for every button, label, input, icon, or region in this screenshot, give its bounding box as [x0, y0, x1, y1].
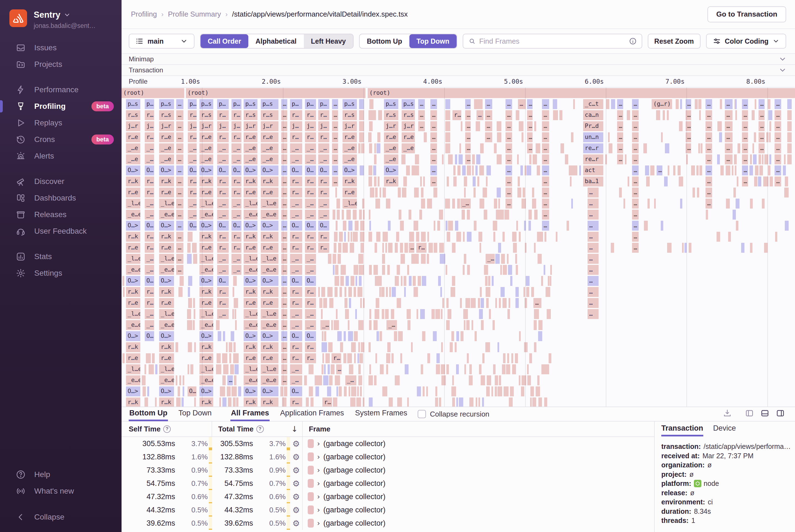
flame-frame-cell[interactable]: O…> — [342, 166, 357, 175]
flame-cell[interactable] — [446, 221, 448, 231]
flame-frame-cell[interactable]: O…> — [244, 331, 258, 341]
flame-frame-cell[interactable]: r…k — [126, 232, 140, 242]
flame-cell[interactable] — [787, 154, 792, 164]
flame-cell[interactable] — [759, 166, 763, 175]
flame-frame-cell[interactable]: _… — [145, 154, 154, 164]
flame-cell[interactable] — [344, 298, 347, 308]
flame-cell[interactable] — [421, 198, 425, 209]
flame-cell[interactable]: … — [775, 99, 781, 109]
flame-cell[interactable]: … — [588, 276, 599, 286]
sidebar-item-help[interactable]: Help — [0, 466, 121, 483]
flame-frame-cell[interactable]: _… — [305, 265, 316, 275]
flame-cell[interactable] — [546, 287, 550, 297]
flame-frame-cell[interactable]: O…> — [261, 331, 279, 341]
flame-cell[interactable] — [319, 298, 322, 308]
flame-frame-cell[interactable]: r…k — [244, 398, 258, 406]
flame-cell[interactable]: … — [759, 99, 764, 109]
flame-frame-cell[interactable]: O… — [188, 386, 197, 396]
flame-cell[interactable]: … — [632, 154, 639, 164]
flame-frame-cell[interactable]: r…e — [244, 243, 258, 253]
flame-cell[interactable]: … — [742, 110, 748, 120]
flame-cell[interactable]: … — [176, 265, 184, 275]
flame-cell[interactable] — [457, 198, 460, 209]
flame-frame-cell[interactable]: j… — [305, 121, 316, 131]
flame-frame-cell[interactable]: _… — [460, 198, 471, 209]
flame-cell[interactable] — [429, 243, 433, 253]
flame-cell[interactable] — [466, 320, 470, 330]
flame-frame-cell[interactable]: r…k — [200, 232, 213, 242]
flame-cell[interactable] — [376, 232, 380, 242]
flame-cell[interactable]: … — [281, 121, 287, 131]
flame-frame-cell[interactable]: _e…e — [261, 210, 279, 220]
flame-frame-cell[interactable]: _… — [290, 364, 302, 374]
flame-cell[interactable]: … — [617, 154, 623, 164]
flame-frame-cell[interactable]: _… — [290, 309, 302, 319]
flame-cell[interactable] — [420, 176, 422, 187]
flame-cell[interactable] — [427, 232, 429, 242]
flame-frame-cell[interactable]: _…e — [342, 144, 357, 153]
flame-cell[interactable] — [175, 342, 178, 352]
flame-cell[interactable] — [494, 198, 497, 209]
flame-cell[interactable] — [755, 99, 756, 109]
flame-cell[interactable]: … — [430, 121, 437, 131]
flame-cell[interactable] — [517, 188, 521, 197]
flame-cell[interactable] — [389, 398, 393, 406]
flame-cell[interactable] — [447, 364, 449, 374]
flame-cell[interactable] — [695, 99, 698, 109]
expand-chevron-icon[interactable]: › — [317, 493, 320, 501]
flame-cell[interactable] — [538, 331, 542, 341]
flame-frame-cell[interactable]: O…> — [200, 331, 213, 341]
flame-cell[interactable]: … — [775, 176, 781, 187]
flame-frame-cell[interactable]: _…e — [342, 154, 357, 164]
flame-cell[interactable] — [193, 320, 195, 330]
flame-frame-cell[interactable]: p…s — [159, 99, 174, 109]
flame-cell[interactable] — [179, 276, 184, 286]
frame-table-row[interactable]: 54.75ms 0.7% 54.75ms 0.7% ⚙ › (garbage c… — [121, 477, 654, 490]
flame-cell[interactable]: … — [281, 232, 287, 242]
flame-cell[interactable] — [412, 166, 419, 175]
flame-frame-cell[interactable]: O…> — [244, 221, 258, 231]
flame-frame-cell[interactable]: O… — [290, 166, 302, 175]
flame-cell[interactable] — [439, 398, 441, 406]
sidebar-item-projects[interactable]: Projects — [0, 56, 121, 73]
flame-cell[interactable]: … — [176, 198, 184, 209]
flame-cell[interactable]: … — [418, 121, 425, 131]
flame-cell[interactable] — [331, 320, 333, 330]
flame-cell[interactable] — [461, 121, 462, 131]
flame-cell[interactable] — [400, 353, 402, 363]
flame-cell[interactable] — [735, 99, 737, 109]
flame-cell[interactable] — [401, 154, 405, 164]
flame-frame-cell[interactable]: O… — [305, 276, 316, 286]
flame-cell[interactable] — [396, 232, 399, 242]
flame-cell[interactable] — [679, 121, 683, 131]
flame-cell[interactable] — [497, 386, 503, 396]
flame-frame-cell[interactable]: _l…e — [159, 309, 174, 319]
flame-frame-cell[interactable]: r… — [318, 243, 329, 253]
flame-frame-cell[interactable]: r…k — [244, 232, 258, 242]
flame-cell[interactable] — [763, 176, 765, 187]
flame-cell[interactable] — [337, 331, 342, 341]
flame-cell[interactable]: … — [281, 176, 287, 187]
flame-cell[interactable] — [427, 353, 430, 363]
flame-cell[interactable]: … — [632, 121, 639, 131]
flame-cell[interactable] — [398, 331, 402, 341]
flame-cell[interactable] — [665, 144, 669, 153]
flame-frame-cell[interactable]: _l…e — [200, 364, 213, 374]
flame-cell[interactable] — [188, 364, 189, 374]
flame-cell[interactable] — [726, 166, 730, 175]
flame-cell[interactable] — [315, 375, 322, 385]
reset-zoom-button[interactable]: Reset Zoom — [648, 34, 701, 49]
flame-cell[interactable] — [383, 232, 388, 242]
flame-cell[interactable] — [334, 320, 339, 330]
flame-cell[interactable] — [194, 309, 195, 319]
flame-cell[interactable] — [414, 287, 418, 297]
flame-cell[interactable] — [442, 298, 444, 308]
flame-cell[interactable] — [556, 232, 557, 242]
frame-cell[interactable]: › (garbage collector) — [303, 439, 654, 448]
flame-cell[interactable] — [407, 398, 409, 406]
flame-frame-cell[interactable]: _l…e — [244, 198, 258, 209]
flame-cell[interactable] — [358, 342, 360, 352]
flame-cell[interactable] — [534, 121, 536, 131]
flame-cell[interactable] — [369, 320, 372, 330]
flame-cell[interactable] — [758, 176, 761, 187]
